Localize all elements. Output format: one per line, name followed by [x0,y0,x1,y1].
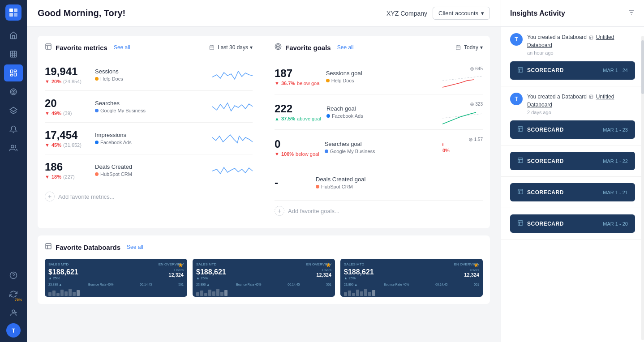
activity-item-1: T You created a Databoard Untitled Datab… [501,27,644,86]
page-header: Good Morning, Tory! XYZ Company Client a… [27,0,501,27]
metrics-goals-container: Favorite metrics See all Last 30 days ▾ [38,36,490,228]
nav-item-help[interactable] [4,267,23,284]
scorecard-card-top[interactable]: SCORECARD MAR 1 - 24 [510,61,635,80]
svg-rect-26 [210,46,214,50]
scorecard-card-4[interactable]: SCORECARD MAR 1 - 21 [510,183,635,201]
client-accounts-button[interactable]: Client accounts ▾ [433,7,490,20]
nav-item-goals[interactable] [4,83,23,100]
databoards-icon [45,243,52,252]
page-title: Good Morning, Tory! [38,8,386,18]
svg-line-39 [442,76,483,81]
svg-rect-4 [10,51,17,57]
page-body: Favorite metrics See all Last 30 days ▾ [27,27,501,342]
nav-item-layers[interactable] [4,102,23,119]
metric-info-sessions: Sessions Help Docs [95,68,207,81]
sparkline-searches [212,98,253,115]
svg-rect-0 [9,9,13,12]
svg-point-31 [276,45,280,48]
left-nav: 75% T [0,0,27,342]
metrics-header: Favorite metrics See all Last 30 days ▾ [45,43,253,52]
nav-item-home[interactable] [4,27,23,44]
activity-item-2: T You created a Databoard Untitled Datab… [501,86,644,146]
svg-rect-69 [518,221,523,226]
nav-item-sync[interactable]: 75% [4,286,23,303]
svg-point-43 [469,138,472,141]
right-panel: Insights Activity T You created a Databo… [501,0,644,342]
metrics-period-button[interactable]: Last 30 days ▾ [209,44,253,51]
goals-title: Favorite goals [285,44,331,51]
goal-item-sessions: 187 ▼ 36.7% below goal Sessions goal Hel… [275,59,483,94]
metric-item-sessions: 19,941 ▼ 20% (24,854) Sessions Help Docs [45,59,253,91]
metric-source-sessions: Help Docs [95,76,207,81]
metrics-title: Favorite metrics [56,44,107,51]
svg-rect-66 [518,189,523,194]
svg-rect-33 [456,46,460,50]
goals-period-button[interactable]: Today ▾ [455,44,483,51]
databoard-star-2: ★ [326,261,331,269]
svg-rect-3 [14,13,17,17]
databoards-see-all[interactable]: See all [127,244,143,250]
app-logo[interactable] [5,4,21,21]
svg-rect-54 [518,67,523,72]
svg-rect-12 [10,74,13,76]
svg-rect-57 [590,95,593,99]
add-metric-button[interactable]: + Add favorite metrics... [45,186,253,207]
nav-item-add-user[interactable] [4,304,23,321]
goal-chart-searches: 1.57 0% [442,136,483,158]
scorecard-card-2[interactable]: SCORECARD MAR 1 - 23 [510,120,635,139]
goals-see-all[interactable]: See all [337,44,354,51]
scorecard-card-5[interactable]: SCORECARD MAR 1 - 20 [510,214,635,233]
nav-item-dashboard[interactable] [4,64,23,81]
svg-point-32 [278,46,279,47]
metric-change-sessions: ▼ 20% (24,854) [45,79,90,84]
add-goal-button[interactable]: + Add favorite goals... [275,201,483,221]
databoards-grid: SALES MTD EN OVERVIEW $188,621 ▲ 25% Use… [45,259,483,297]
activity-avatar-2: T [510,93,523,105]
databoards-section: Favorite Databoards See all SALES MTD EN… [38,235,490,304]
scorecard-item-5: SCORECARD MAR 1 - 20 [501,208,644,239]
svg-point-44 [470,139,472,141]
svg-rect-63 [518,158,523,163]
goals-section: Favorite goals See all Today ▾ [267,43,483,221]
main-content: Good Morning, Tory! XYZ Company Client a… [27,0,501,342]
header-right: XYZ Company Client accounts ▾ [386,7,490,20]
source-dot [95,77,99,81]
metric-value-sessions: 19,941 ▼ 20% (24,854) [45,65,90,84]
metric-item-searches: 20 ▼ 49% (39) Searches Google My Busines… [45,91,253,123]
svg-point-37 [470,68,473,71]
databoard-card-3[interactable]: SALES MTD EN OVERVIEW $188,621 ▲ 25% Use… [340,259,483,297]
goal-item-deals: - Deals Created goal HubSpot CRM [275,165,483,201]
svg-rect-60 [518,127,523,132]
activity-avatar-1: T [510,33,523,46]
scrollbar-track [641,36,644,340]
nav-item-numbers[interactable] [4,46,23,63]
nav-item-users[interactable] [4,140,23,157]
goal-chart-sessions: 645 [442,65,483,88]
svg-marker-16 [10,107,17,112]
scrollbar-thumb[interactable] [641,40,644,94]
svg-point-20 [12,310,15,312]
metric-item-impressions: 17,454 ▼ 45% (31,652) Impressions Facebo… [45,123,253,154]
sparkline-deals [212,161,253,179]
svg-rect-23 [46,44,51,49]
svg-rect-11 [14,73,17,76]
sparkline-impressions [212,129,253,147]
goal-item-reach: 222 ▲ 37.5% above goal Reach goal Facebo… [275,94,483,130]
svg-point-17 [11,145,14,148]
right-panel-header: Insights Activity [501,0,644,27]
filter-icon[interactable] [628,9,635,18]
svg-rect-45 [46,244,51,249]
scorecard-card-3[interactable]: SCORECARD MAR 1 - 22 [510,152,635,170]
company-name: XYZ Company [386,10,427,17]
scorecard-item-4: SCORECARD MAR 1 - 21 [501,177,644,208]
goal-item-searches: 0 ▼ 100% below goal Searches goal Google… [275,130,483,165]
svg-rect-51 [590,36,593,39]
metrics-icon [45,43,52,52]
nav-item-notifications[interactable] [4,121,23,138]
svg-rect-2 [9,13,13,17]
metrics-see-all[interactable]: See all [114,44,130,51]
scorecard-icon [517,67,524,74]
user-avatar[interactable]: T [6,323,21,338]
databoard-card-1[interactable]: SALES MTD EN OVERVIEW $188,621 ▲ 25% Use… [45,259,187,297]
databoard-card-2[interactable]: SALES MTD EN OVERVIEW $188,621 ▲ 25% Use… [193,259,335,297]
